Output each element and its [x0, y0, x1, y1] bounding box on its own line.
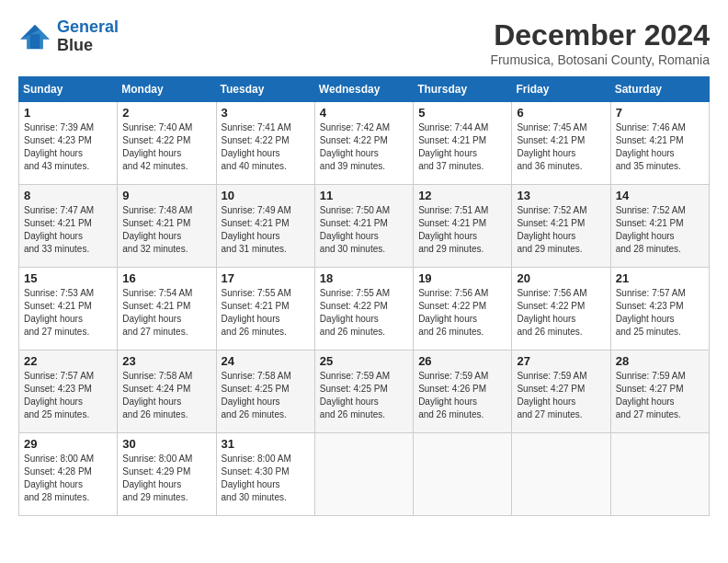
day-info: Sunrise: 7:49 AMSunset: 4:21 PMDaylight … [222, 205, 291, 254]
calendar-cell: 10 Sunrise: 7:49 AMSunset: 4:21 PMDaylig… [216, 185, 314, 268]
day-number: 9 [122, 189, 210, 202]
calendar-cell: 17 Sunrise: 7:55 AMSunset: 4:21 PMDaylig… [216, 268, 314, 350]
day-number: 20 [517, 271, 605, 285]
calendar-cell: 23 Sunrise: 7:58 AMSunset: 4:24 PMDaylig… [118, 350, 216, 433]
day-number: 4 [320, 106, 408, 120]
weekday-header: Thursday [414, 77, 512, 102]
day-number: 25 [320, 354, 408, 368]
logo: GeneralBlue [18, 18, 119, 55]
calendar-table: SundayMondayTuesdayWednesdayThursdayFrid… [18, 76, 710, 516]
calendar-cell [610, 433, 709, 516]
calendar-week-row: 22 Sunrise: 7:57 AMSunset: 4:23 PMDaylig… [19, 350, 710, 433]
calendar-cell: 26 Sunrise: 7:59 AMSunset: 4:26 PMDaylig… [414, 350, 512, 433]
day-number: 23 [122, 354, 210, 368]
calendar-cell: 25 Sunrise: 7:59 AMSunset: 4:25 PMDaylig… [314, 350, 413, 433]
calendar-cell: 6 Sunrise: 7:45 AMSunset: 4:21 PMDayligh… [512, 102, 610, 185]
title-block: December 2024 Frumusica, Botosani County… [490, 18, 710, 67]
day-number: 1 [24, 106, 112, 120]
day-info: Sunrise: 7:48 AMSunset: 4:21 PMDaylight … [122, 205, 192, 254]
weekday-header: Friday [512, 77, 610, 102]
weekday-header: Monday [118, 77, 216, 102]
day-info: Sunrise: 7:59 AMSunset: 4:25 PMDaylight … [320, 371, 390, 419]
day-info: Sunrise: 7:57 AMSunset: 4:23 PMDaylight … [616, 288, 686, 337]
calendar-cell: 1 Sunrise: 7:39 AMSunset: 4:23 PMDayligh… [19, 102, 118, 185]
day-number: 13 [517, 189, 605, 202]
day-number: 11 [320, 189, 408, 202]
calendar-cell: 21 Sunrise: 7:57 AMSunset: 4:23 PMDaylig… [610, 268, 709, 350]
calendar-cell: 12 Sunrise: 7:51 AMSunset: 4:21 PMDaylig… [414, 185, 512, 268]
calendar-cell: 13 Sunrise: 7:52 AMSunset: 4:21 PMDaylig… [512, 185, 610, 268]
calendar-cell: 28 Sunrise: 7:59 AMSunset: 4:27 PMDaylig… [610, 350, 709, 433]
day-info: Sunrise: 7:59 AMSunset: 4:27 PMDaylight … [517, 371, 586, 419]
day-number: 2 [122, 106, 210, 120]
day-info: Sunrise: 8:00 AMSunset: 4:30 PMDaylight … [222, 454, 291, 502]
logo-text: GeneralBlue [57, 18, 119, 55]
calendar-cell: 18 Sunrise: 7:55 AMSunset: 4:22 PMDaylig… [314, 268, 413, 350]
day-number: 3 [222, 106, 310, 120]
calendar-cell: 31 Sunrise: 8:00 AMSunset: 4:30 PMDaylig… [216, 433, 314, 516]
day-info: Sunrise: 7:47 AMSunset: 4:21 PMDaylight … [24, 205, 94, 254]
day-number: 28 [616, 354, 704, 368]
day-number: 24 [222, 354, 310, 368]
day-number: 29 [24, 437, 112, 451]
day-number: 7 [616, 106, 704, 120]
day-number: 15 [24, 271, 112, 285]
day-number: 19 [418, 271, 506, 285]
day-number: 16 [122, 271, 210, 285]
day-number: 21 [616, 271, 704, 285]
day-number: 10 [222, 189, 310, 202]
day-info: Sunrise: 7:56 AMSunset: 4:22 PMDaylight … [418, 288, 488, 337]
calendar-cell: 9 Sunrise: 7:48 AMSunset: 4:21 PMDayligh… [118, 185, 216, 268]
page-header: GeneralBlue December 2024 Frumusica, Bot… [18, 18, 710, 67]
day-info: Sunrise: 7:45 AMSunset: 4:21 PMDaylight … [517, 122, 586, 171]
day-number: 18 [320, 271, 408, 285]
day-info: Sunrise: 7:55 AMSunset: 4:22 PMDaylight … [320, 288, 390, 337]
day-number: 26 [418, 354, 506, 368]
calendar-cell: 11 Sunrise: 7:50 AMSunset: 4:21 PMDaylig… [314, 185, 413, 268]
day-number: 5 [418, 106, 506, 120]
weekday-header: Tuesday [216, 77, 314, 102]
calendar-cell: 15 Sunrise: 7:53 AMSunset: 4:21 PMDaylig… [19, 268, 118, 350]
day-info: Sunrise: 7:40 AMSunset: 4:22 PMDaylight … [122, 122, 192, 171]
day-info: Sunrise: 7:41 AMSunset: 4:22 PMDaylight … [222, 122, 291, 171]
day-number: 14 [616, 189, 704, 202]
calendar-cell: 8 Sunrise: 7:47 AMSunset: 4:21 PMDayligh… [19, 185, 118, 268]
calendar-cell: 24 Sunrise: 7:58 AMSunset: 4:25 PMDaylig… [216, 350, 314, 433]
calendar-cell: 27 Sunrise: 7:59 AMSunset: 4:27 PMDaylig… [512, 350, 610, 433]
location-subtitle: Frumusica, Botosani County, Romania [490, 52, 710, 67]
day-number: 6 [517, 106, 605, 120]
day-info: Sunrise: 7:58 AMSunset: 4:25 PMDaylight … [222, 371, 291, 419]
day-info: Sunrise: 7:54 AMSunset: 4:21 PMDaylight … [122, 288, 192, 337]
calendar-cell: 14 Sunrise: 7:52 AMSunset: 4:21 PMDaylig… [610, 185, 709, 268]
day-info: Sunrise: 7:57 AMSunset: 4:23 PMDaylight … [24, 371, 94, 419]
calendar-week-row: 8 Sunrise: 7:47 AMSunset: 4:21 PMDayligh… [19, 185, 710, 268]
day-info: Sunrise: 7:59 AMSunset: 4:26 PMDaylight … [418, 371, 488, 419]
calendar-cell: 20 Sunrise: 7:56 AMSunset: 4:22 PMDaylig… [512, 268, 610, 350]
day-info: Sunrise: 8:00 AMSunset: 4:28 PMDaylight … [24, 454, 94, 502]
day-number: 30 [122, 437, 210, 451]
day-info: Sunrise: 7:50 AMSunset: 4:21 PMDaylight … [320, 205, 390, 254]
day-number: 8 [24, 189, 112, 202]
weekday-header: Wednesday [314, 77, 413, 102]
calendar-week-row: 15 Sunrise: 7:53 AMSunset: 4:21 PMDaylig… [19, 268, 710, 350]
day-info: Sunrise: 7:56 AMSunset: 4:22 PMDaylight … [517, 288, 586, 337]
day-number: 12 [418, 189, 506, 202]
day-info: Sunrise: 7:39 AMSunset: 4:23 PMDaylight … [24, 122, 94, 171]
day-number: 31 [222, 437, 310, 451]
calendar-cell [512, 433, 610, 516]
calendar-cell: 7 Sunrise: 7:46 AMSunset: 4:21 PMDayligh… [610, 102, 709, 185]
day-info: Sunrise: 7:42 AMSunset: 4:22 PMDaylight … [320, 122, 390, 171]
day-number: 27 [517, 354, 605, 368]
day-info: Sunrise: 7:59 AMSunset: 4:27 PMDaylight … [616, 371, 686, 419]
calendar-week-row: 1 Sunrise: 7:39 AMSunset: 4:23 PMDayligh… [19, 102, 710, 185]
day-info: Sunrise: 7:52 AMSunset: 4:21 PMDaylight … [517, 205, 586, 254]
day-info: Sunrise: 7:55 AMSunset: 4:21 PMDaylight … [222, 288, 291, 337]
day-info: Sunrise: 8:00 AMSunset: 4:29 PMDaylight … [122, 454, 192, 502]
weekday-header: Saturday [610, 77, 709, 102]
month-title: December 2024 [490, 18, 710, 52]
weekday-header: Sunday [19, 77, 118, 102]
day-info: Sunrise: 7:52 AMSunset: 4:21 PMDaylight … [616, 205, 686, 254]
calendar-cell [414, 433, 512, 516]
calendar-cell: 22 Sunrise: 7:57 AMSunset: 4:23 PMDaylig… [19, 350, 118, 433]
day-info: Sunrise: 7:58 AMSunset: 4:24 PMDaylight … [122, 371, 192, 419]
